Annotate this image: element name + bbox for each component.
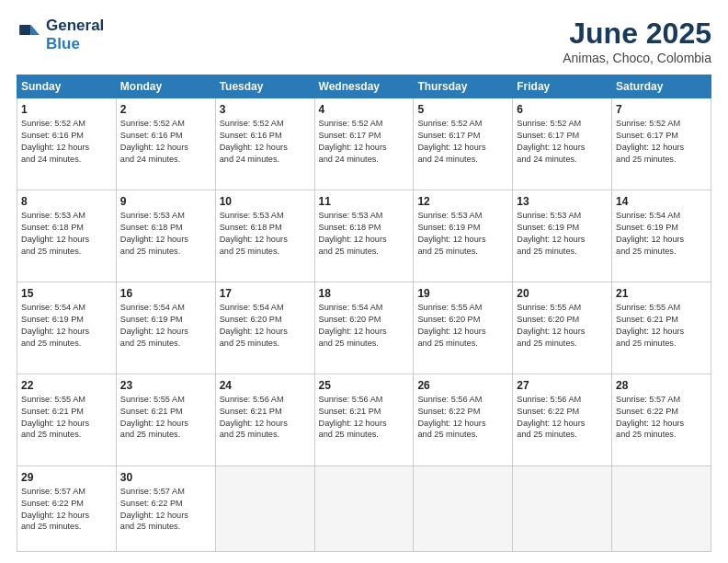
table-row [314, 465, 414, 551]
table-row: 28Sunrise: 5:57 AMSunset: 6:22 PMDayligh… [612, 373, 711, 465]
day-number: 20 [517, 286, 608, 301]
day-number: 2 [120, 102, 211, 117]
table-row: 20Sunrise: 5:55 AMSunset: 6:20 PMDayligh… [513, 282, 612, 373]
table-row: 22Sunrise: 5:55 AMSunset: 6:21 PMDayligh… [17, 373, 117, 465]
day-number: 19 [417, 286, 508, 301]
day-info: Sunrise: 5:52 AMSunset: 6:17 PMDaylight:… [517, 119, 585, 163]
table-row: 15Sunrise: 5:54 AMSunset: 6:19 PMDayligh… [17, 282, 117, 373]
table-row: 18Sunrise: 5:54 AMSunset: 6:20 PMDayligh… [314, 282, 414, 373]
table-row: 11Sunrise: 5:53 AMSunset: 6:18 PMDayligh… [314, 190, 414, 282]
day-info: Sunrise: 5:55 AMSunset: 6:21 PMDaylight:… [616, 303, 684, 347]
table-row: 26Sunrise: 5:56 AMSunset: 6:22 PMDayligh… [414, 373, 513, 465]
day-info: Sunrise: 5:53 AMSunset: 6:18 PMDaylight:… [319, 211, 387, 255]
day-number: 5 [417, 102, 508, 117]
calendar-body: 1Sunrise: 5:52 AMSunset: 6:16 PMDaylight… [17, 98, 711, 552]
day-info: Sunrise: 5:56 AMSunset: 6:21 PMDaylight:… [319, 395, 387, 439]
table-row: 14Sunrise: 5:54 AMSunset: 6:19 PMDayligh… [612, 190, 711, 282]
day-info: Sunrise: 5:56 AMSunset: 6:22 PMDaylight:… [417, 395, 485, 439]
day-number: 22 [21, 378, 112, 393]
day-number: 8 [21, 194, 112, 209]
day-number: 25 [319, 378, 410, 393]
table-row: 16Sunrise: 5:54 AMSunset: 6:19 PMDayligh… [116, 282, 215, 373]
col-tuesday: Tuesday [215, 75, 314, 98]
day-number: 30 [120, 470, 211, 485]
day-info: Sunrise: 5:55 AMSunset: 6:21 PMDaylight:… [120, 395, 188, 439]
day-info: Sunrise: 5:52 AMSunset: 6:16 PMDaylight:… [120, 119, 188, 163]
calendar-week-row: 15Sunrise: 5:54 AMSunset: 6:19 PMDayligh… [17, 282, 711, 373]
day-number: 12 [417, 194, 508, 209]
day-info: Sunrise: 5:54 AMSunset: 6:20 PMDaylight:… [220, 303, 288, 347]
day-number: 6 [517, 102, 608, 117]
day-info: Sunrise: 5:54 AMSunset: 6:19 PMDaylight:… [616, 211, 684, 255]
table-row: 9Sunrise: 5:53 AMSunset: 6:18 PMDaylight… [116, 190, 215, 282]
table-row [215, 465, 314, 551]
table-row: 6Sunrise: 5:52 AMSunset: 6:17 PMDaylight… [513, 98, 612, 190]
table-row: 12Sunrise: 5:53 AMSunset: 6:19 PMDayligh… [414, 190, 513, 282]
col-thursday: Thursday [414, 75, 513, 98]
day-number: 18 [319, 286, 410, 301]
day-info: Sunrise: 5:53 AMSunset: 6:18 PMDaylight:… [220, 211, 288, 255]
table-row: 30Sunrise: 5:57 AMSunset: 6:22 PMDayligh… [116, 465, 215, 551]
day-number: 28 [616, 378, 707, 393]
day-info: Sunrise: 5:53 AMSunset: 6:18 PMDaylight:… [21, 211, 89, 255]
logo: General Blue [17, 17, 104, 52]
day-number: 24 [220, 378, 311, 393]
day-number: 23 [120, 378, 211, 393]
day-info: Sunrise: 5:52 AMSunset: 6:17 PMDaylight:… [616, 119, 684, 163]
day-info: Sunrise: 5:52 AMSunset: 6:16 PMDaylight:… [21, 119, 89, 163]
day-info: Sunrise: 5:53 AMSunset: 6:18 PMDaylight:… [120, 211, 188, 255]
day-info: Sunrise: 5:55 AMSunset: 6:20 PMDaylight:… [417, 303, 485, 347]
location-subtitle: Animas, Choco, Colombia [563, 51, 711, 65]
col-friday: Friday [513, 75, 612, 98]
day-info: Sunrise: 5:57 AMSunset: 6:22 PMDaylight:… [21, 487, 89, 531]
col-wednesday: Wednesday [314, 75, 414, 98]
day-info: Sunrise: 5:55 AMSunset: 6:21 PMDaylight:… [21, 395, 89, 439]
day-info: Sunrise: 5:52 AMSunset: 6:17 PMDaylight:… [417, 119, 485, 163]
calendar-header-row: Sunday Monday Tuesday Wednesday Thursday… [17, 75, 711, 98]
calendar-table: Sunday Monday Tuesday Wednesday Thursday… [17, 75, 711, 552]
table-row: 29Sunrise: 5:57 AMSunset: 6:22 PMDayligh… [17, 465, 117, 551]
day-info: Sunrise: 5:57 AMSunset: 6:22 PMDaylight:… [616, 395, 684, 439]
table-row: 3Sunrise: 5:52 AMSunset: 6:16 PMDaylight… [215, 98, 314, 190]
col-sunday: Sunday [17, 75, 117, 98]
day-info: Sunrise: 5:53 AMSunset: 6:19 PMDaylight:… [417, 211, 485, 255]
day-number: 10 [220, 194, 311, 209]
day-number: 1 [21, 102, 112, 117]
day-number: 29 [21, 470, 112, 485]
day-number: 21 [616, 286, 707, 301]
day-number: 3 [220, 102, 311, 117]
svg-rect-1 [19, 25, 30, 35]
day-number: 14 [616, 194, 707, 209]
day-info: Sunrise: 5:54 AMSunset: 6:20 PMDaylight:… [319, 303, 387, 347]
day-number: 7 [616, 102, 707, 117]
day-number: 26 [417, 378, 508, 393]
calendar-week-row: 29Sunrise: 5:57 AMSunset: 6:22 PMDayligh… [17, 465, 711, 551]
table-row: 1Sunrise: 5:52 AMSunset: 6:16 PMDaylight… [17, 98, 117, 190]
table-row: 21Sunrise: 5:55 AMSunset: 6:21 PMDayligh… [612, 282, 711, 373]
day-info: Sunrise: 5:56 AMSunset: 6:22 PMDaylight:… [517, 395, 585, 439]
table-row [612, 465, 711, 551]
day-number: 27 [517, 378, 608, 393]
table-row: 5Sunrise: 5:52 AMSunset: 6:17 PMDaylight… [414, 98, 513, 190]
col-saturday: Saturday [612, 75, 711, 98]
day-number: 9 [120, 194, 211, 209]
day-info: Sunrise: 5:52 AMSunset: 6:17 PMDaylight:… [319, 119, 387, 163]
day-info: Sunrise: 5:53 AMSunset: 6:19 PMDaylight:… [517, 211, 585, 255]
table-row [513, 465, 612, 551]
table-row: 13Sunrise: 5:53 AMSunset: 6:19 PMDayligh… [513, 190, 612, 282]
table-row: 19Sunrise: 5:55 AMSunset: 6:20 PMDayligh… [414, 282, 513, 373]
day-info: Sunrise: 5:56 AMSunset: 6:21 PMDaylight:… [220, 395, 288, 439]
logo-icon [17, 22, 42, 48]
table-row: 7Sunrise: 5:52 AMSunset: 6:17 PMDaylight… [612, 98, 711, 190]
day-info: Sunrise: 5:54 AMSunset: 6:19 PMDaylight:… [21, 303, 89, 347]
month-title: June 2025 [563, 17, 711, 51]
day-number: 17 [220, 286, 311, 301]
day-info: Sunrise: 5:52 AMSunset: 6:16 PMDaylight:… [220, 119, 288, 163]
day-number: 16 [120, 286, 211, 301]
calendar-week-row: 1Sunrise: 5:52 AMSunset: 6:16 PMDaylight… [17, 98, 711, 190]
table-row: 8Sunrise: 5:53 AMSunset: 6:18 PMDaylight… [17, 190, 117, 282]
day-info: Sunrise: 5:55 AMSunset: 6:20 PMDaylight:… [517, 303, 585, 347]
day-number: 11 [319, 194, 410, 209]
day-info: Sunrise: 5:57 AMSunset: 6:22 PMDaylight:… [120, 487, 188, 531]
table-row: 25Sunrise: 5:56 AMSunset: 6:21 PMDayligh… [314, 373, 414, 465]
